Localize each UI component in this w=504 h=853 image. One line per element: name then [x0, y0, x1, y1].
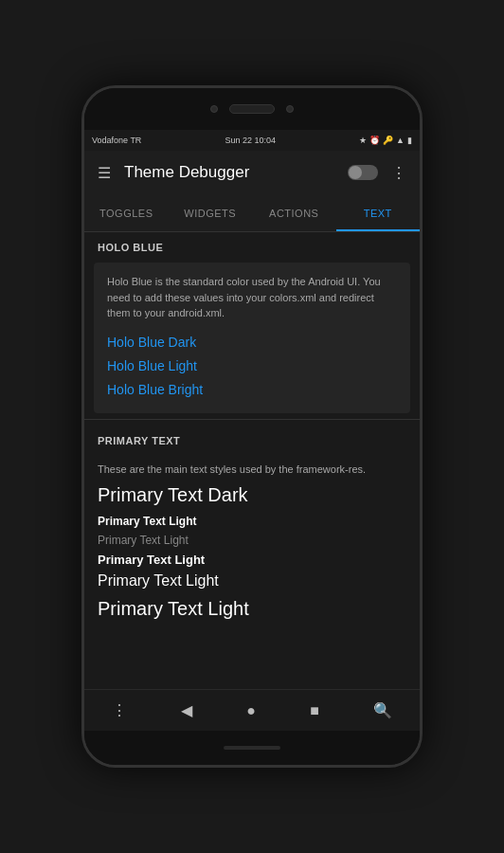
holo-blue-bright[interactable]: Holo Blue Bright — [107, 378, 397, 402]
tab-text[interactable]: TEXT — [336, 194, 421, 231]
holo-blue-description: Holo Blue is the standard color used by … — [107, 274, 397, 321]
more-options-nav-btn[interactable]: ⋮ — [104, 694, 135, 727]
primary-text-light-xl: Primary Text Light — [84, 592, 420, 626]
holo-blue-light[interactable]: Holo Blue Light — [107, 354, 397, 378]
top-bezel — [84, 88, 420, 130]
back-nav-btn[interactable]: ◀ — [173, 694, 200, 727]
tab-bar: TOGGLES WIDGETS ACTIONS TEXT — [84, 194, 420, 232]
holo-colors-list: Holo Blue Dark Holo Blue Light Holo Blue… — [107, 331, 397, 403]
tab-widgets[interactable]: WIDGETS — [169, 194, 253, 231]
app-bar: ☰ Theme Debugger ⋮ — [84, 151, 420, 194]
primary-text-light-gray: Primary Text Light — [84, 531, 420, 550]
primary-text-dark: Primary Text Dark — [84, 479, 420, 512]
theme-toggle[interactable] — [348, 165, 378, 180]
battery-icon: ▮ — [407, 136, 412, 145]
primary-text-section: These are the main text styles used by t… — [84, 452, 420, 629]
status-icons: ★ ⏰ 🔑 ▲ ▮ — [359, 136, 412, 145]
holo-blue-dark[interactable]: Holo Blue Dark — [107, 331, 397, 354]
key-icon: 🔑 — [383, 136, 393, 145]
home-indicator — [224, 746, 280, 750]
wifi-icon: ▲ — [396, 136, 405, 145]
datetime-text: Sun 22 10:04 — [225, 136, 276, 145]
tab-toggles[interactable]: TOGGLES — [84, 194, 169, 231]
content-area[interactable]: HOLO BLUE Holo Blue is the standard colo… — [84, 232, 420, 689]
status-bar: Vodafone TR Sun 22 10:04 ★ ⏰ 🔑 ▲ ▮ — [84, 130, 420, 151]
camera — [210, 105, 218, 113]
screen: Vodafone TR Sun 22 10:04 ★ ⏰ 🔑 ▲ ▮ ☰ The… — [84, 130, 420, 731]
holo-blue-info-box: Holo Blue is the standard color used by … — [94, 263, 410, 413]
bottom-bezel — [84, 731, 420, 765]
speaker — [229, 104, 275, 114]
recents-nav-btn[interactable]: ■ — [302, 695, 327, 727]
primary-text-section-header: PRIMARY TEXT — [84, 426, 420, 452]
hamburger-icon[interactable]: ☰ — [98, 164, 111, 182]
divider-1 — [84, 419, 420, 420]
alarm-icon: ⏰ — [369, 136, 380, 145]
search-nav-btn[interactable]: 🔍 — [366, 694, 400, 727]
tab-actions[interactable]: ACTIONS — [252, 194, 336, 231]
holo-blue-section-header: HOLO BLUE — [84, 232, 420, 259]
primary-text-description: These are the main text styles used by t… — [84, 456, 420, 479]
carrier-text: Vodafone TR — [92, 136, 141, 145]
bottom-nav: ⋮ ◀ ● ■ 🔍 — [84, 689, 420, 731]
sensor — [286, 105, 294, 113]
primary-text-light-bold-md: Primary Text Light — [84, 550, 420, 570]
overflow-icon[interactable]: ⋮ — [391, 164, 406, 182]
home-nav-btn[interactable]: ● — [239, 695, 263, 727]
primary-text-light-lg: Primary Text Light — [84, 570, 420, 592]
star-icon: ★ — [359, 136, 367, 145]
phone-device: Vodafone TR Sun 22 10:04 ★ ⏰ 🔑 ▲ ▮ ☰ The… — [81, 85, 423, 768]
primary-text-light-bold-sm: Primary Text Light — [84, 512, 420, 531]
app-title: Theme Debugger — [124, 163, 334, 182]
